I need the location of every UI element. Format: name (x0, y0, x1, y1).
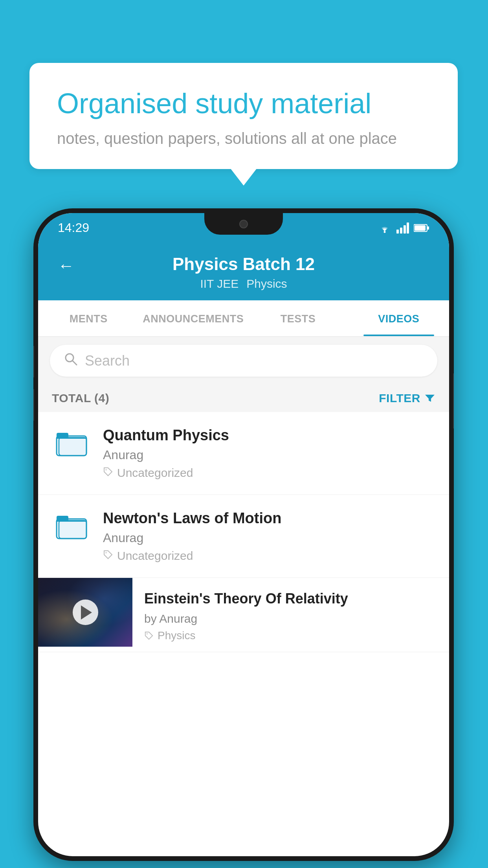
play-triangle (81, 605, 92, 620)
video-title-newton: Newton's Laws of Motion (103, 510, 435, 527)
video-item-quantum[interactable]: Quantum Physics Anurag Uncategorized (38, 412, 449, 495)
search-input-wrapper[interactable]: Search (50, 345, 437, 377)
svg-rect-7 (427, 226, 429, 230)
total-count: TOTAL (4) (52, 392, 109, 405)
svg-point-0 (384, 231, 386, 233)
status-time: 14:29 (58, 221, 89, 235)
video-tag-label-newton: Uncategorized (117, 549, 193, 563)
phone-screen: 14:29 (38, 213, 449, 856)
video-tag-label-quantum: Uncategorized (117, 466, 193, 480)
wifi-icon (378, 223, 392, 234)
header-subtitle-physics: Physics (246, 277, 287, 291)
video-info-quantum: Quantum Physics Anurag Uncategorized (103, 427, 435, 480)
video-tag-einstein: Physics (144, 629, 437, 642)
tab-ments[interactable]: MENTS (38, 300, 139, 336)
bubble-title: Organised study material (57, 86, 430, 120)
search-bar-container: Search (38, 337, 449, 384)
notch (204, 213, 283, 235)
video-folder-icon-newton (52, 510, 91, 541)
play-button[interactable] (73, 600, 98, 625)
svg-line-9 (73, 361, 77, 365)
filter-button[interactable]: FILTER (379, 392, 435, 405)
video-item-newton[interactable]: Newton's Laws of Motion Anurag Uncategor… (38, 495, 449, 578)
svg-point-13 (106, 469, 107, 470)
status-icons (378, 223, 429, 234)
filter-label: FILTER (379, 392, 420, 405)
svg-rect-14 (57, 519, 86, 539)
video-title-einstein: Einstein's Theory Of Relativity (144, 590, 437, 608)
tab-tests[interactable]: TESTS (248, 300, 348, 336)
tag-icon-newton (103, 550, 113, 563)
video-author-einstein: by Anurag (144, 612, 437, 625)
video-author-newton: Anurag (103, 531, 435, 545)
video-title-quantum: Quantum Physics (103, 427, 435, 444)
svg-rect-6 (415, 225, 426, 231)
video-author-quantum: Anurag (103, 448, 435, 462)
header-subtitle: IIT JEE Physics (200, 277, 287, 291)
svg-point-17 (106, 552, 107, 553)
svg-rect-10 (57, 436, 86, 456)
header-title: Physics Batch 12 (172, 254, 315, 274)
app-header: ← Physics Batch 12 IIT JEE Physics (38, 243, 449, 300)
svg-point-18 (147, 633, 148, 634)
svg-rect-4 (407, 223, 409, 234)
video-item-einstein[interactable]: Einstein's Theory Of Relativity by Anura… (38, 578, 449, 652)
video-info-einstein: Einstein's Theory Of Relativity by Anura… (132, 578, 449, 652)
video-folder-icon (52, 427, 91, 458)
signal-icon (396, 223, 409, 234)
tab-announcements[interactable]: ANNOUNCEMENTS (139, 300, 248, 336)
filter-icon (424, 393, 435, 404)
tab-videos[interactable]: VIDEOS (349, 300, 449, 336)
phone-frame: 14:29 (33, 208, 454, 861)
search-placeholder: Search (85, 353, 130, 369)
filter-row: TOTAL (4) FILTER (38, 384, 449, 412)
header-subtitle-iitjee: IIT JEE (200, 277, 238, 291)
video-tag-quantum: Uncategorized (103, 466, 435, 480)
power-button[interactable] (453, 373, 454, 428)
video-tag-label-einstein: Physics (158, 629, 195, 642)
camera (239, 220, 248, 228)
video-tag-newton: Uncategorized (103, 549, 435, 563)
volume-up-button[interactable] (33, 346, 34, 377)
tag-icon (103, 467, 113, 480)
video-thumbnail-einstein (38, 578, 132, 647)
video-info-newton: Newton's Laws of Motion Anurag Uncategor… (103, 510, 435, 563)
tabs-bar: MENTS ANNOUNCEMENTS TESTS VIDEOS (38, 300, 449, 337)
search-icon (64, 352, 78, 370)
svg-rect-2 (400, 228, 402, 234)
svg-rect-3 (404, 225, 406, 234)
speech-bubble: Organised study material notes, question… (29, 63, 458, 169)
volume-down-button[interactable] (33, 389, 34, 421)
back-button[interactable]: ← (58, 256, 74, 275)
svg-rect-1 (396, 230, 399, 234)
status-bar: 14:29 (38, 213, 449, 243)
bubble-subtitle: notes, question papers, solutions all at… (57, 130, 430, 147)
battery-icon (414, 224, 429, 232)
tag-icon-einstein (144, 631, 154, 640)
